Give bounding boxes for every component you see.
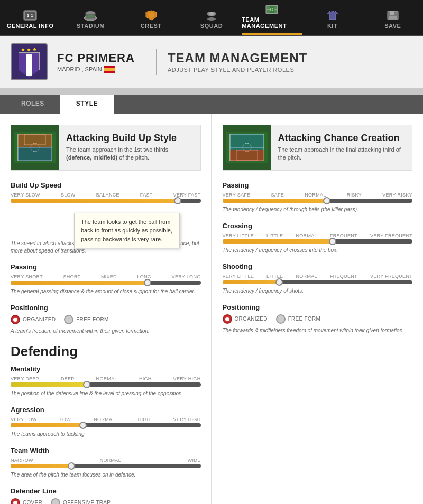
- right-passing-group: Passing VERY SAFE SAFE NORMAL RISKY VERY…: [223, 181, 413, 213]
- radio-free-form-circle[interactable]: [64, 315, 73, 324]
- right-radio-free-form-circle[interactable]: [276, 314, 286, 324]
- svg-rect-26: [18, 147, 52, 161]
- right-passing-track[interactable]: [223, 199, 413, 203]
- mentality-label: Mentality: [11, 365, 201, 373]
- chance-creation-title-block: Attacking Chance Creation The team appro…: [271, 125, 412, 170]
- radio-cover[interactable]: COVER: [11, 498, 42, 504]
- right-passing-desc: The tendency / frequency of through ball…: [223, 206, 413, 213]
- shooting-desc: The tendency / frequency of shots.: [223, 287, 413, 295]
- svg-rect-19: [389, 16, 397, 19]
- svg-point-5: [86, 11, 95, 14]
- crossing-label: Crossing: [223, 222, 413, 230]
- shooting-track[interactable]: [223, 280, 413, 284]
- kit-icon: [324, 10, 341, 21]
- nav-stadium[interactable]: STADIUM: [60, 0, 121, 35]
- badge-stars: ★★★: [21, 46, 38, 52]
- radio-offensive-trap-circle[interactable]: [51, 498, 60, 504]
- left-positioning-label: Positioning: [11, 304, 201, 312]
- tab-roles[interactable]: ROLES: [5, 95, 60, 114]
- build-up-desc: The team approach in the 1st two thirds …: [66, 146, 193, 162]
- stadium-icon: [82, 10, 99, 21]
- nav-crest[interactable]: CREST: [121, 0, 181, 35]
- shooting-group: Shooting VERY LITTLE LITTLE NORMAL FREQU…: [223, 263, 413, 295]
- right-passing-label: Passing: [223, 181, 413, 189]
- left-positioning-radio: ORGANIZED FREE FORM: [11, 315, 201, 324]
- left-passing-track[interactable]: [11, 281, 201, 285]
- crossing-desc: The tendency / frequency of crosses into…: [223, 247, 413, 254]
- defender-line-label: Defender Line: [11, 487, 201, 495]
- right-radio-free-form[interactable]: FREE FORM: [276, 314, 321, 324]
- radio-organized-circle[interactable]: [11, 315, 20, 324]
- crest-icon: [143, 10, 160, 21]
- left-panel: Attacking Build Up Style The team approa…: [0, 114, 212, 504]
- right-panel: Attacking Chance Creation The team appro…: [212, 114, 424, 504]
- team-management-icon: [263, 3, 280, 15]
- nav-general-info[interactable]: 1 1 GENERAL INFO: [0, 0, 60, 35]
- chance-creation-image: [223, 125, 271, 170]
- main-content: Attacking Build Up Style The team approa…: [0, 114, 423, 504]
- defending-heading: Defending: [11, 343, 201, 360]
- nav-save[interactable]: SAVE: [363, 0, 423, 35]
- chance-creation-card: Attacking Chance Creation The team appro…: [223, 125, 413, 171]
- right-passing-scale: VERY SAFE SAFE NORMAL RISKY VERY RISKY: [223, 192, 413, 198]
- team-width-track[interactable]: [11, 464, 201, 468]
- page-title-block: TEAM MANAGEMENT ADJUST PLAY STYLE AND PL…: [168, 51, 307, 73]
- crossing-group: Crossing VERY LITTLE LITTLE NORMAL FREQU…: [223, 222, 413, 254]
- mentality-desc: The position of the defensive line & the…: [11, 390, 201, 397]
- build-up-title: Attacking Build Up Style: [66, 133, 193, 144]
- crossing-track[interactable]: [223, 239, 413, 244]
- nav-team-management[interactable]: TEAM MANAGEMENT: [242, 0, 302, 35]
- left-passing-group: Passing VERY SHORT SHORT MIXED LONG VERY…: [11, 263, 201, 295]
- left-positioning-group: Positioning ORGANIZED FREE FORM A team's…: [11, 304, 201, 335]
- mentality-track[interactable]: [11, 382, 201, 387]
- build-up-speed-group: Build Up Speed VERY SLOW SLOW BALANCE FA…: [11, 181, 201, 255]
- shooting-scale: VERY LITTLE LITTLE NORMAL FREQUENT VERY …: [223, 274, 413, 279]
- chance-creation-title: Attacking Chance Creation: [278, 133, 405, 144]
- team-location: MADRID , SPAIN: [57, 66, 135, 73]
- nav-squad[interactable]: SQUAD: [181, 0, 242, 35]
- left-passing-desc: The general passing distance & the amoun…: [11, 288, 201, 295]
- agression-desc: The teams approach to tackling.: [11, 431, 201, 438]
- right-radio-organized-circle[interactable]: [223, 314, 232, 324]
- radio-cover-circle[interactable]: [11, 498, 20, 504]
- svg-rect-18: [390, 11, 394, 15]
- build-up-image: [11, 125, 59, 170]
- agression-group: Agression VERY LOW LOW NORMAL HIGH VERY …: [11, 406, 201, 438]
- page-title: TEAM MANAGEMENT: [168, 51, 307, 66]
- team-info: FC PRIMERA MADRID , SPAIN TEAM MANAGEMEN…: [57, 49, 307, 75]
- team-name: FC PRIMERA: [57, 51, 135, 65]
- mentality-group: Mentality VERY DEEP DEEP NORMAL HIGH VER…: [11, 365, 201, 397]
- page-subtitle: ADJUST PLAY STYLE AND PLAYER ROLES: [168, 67, 307, 73]
- agression-label: Agression: [11, 406, 201, 414]
- nav-kit[interactable]: KIT: [302, 0, 362, 35]
- squad-icon: [203, 10, 220, 21]
- build-up-header: Attacking Build Up Style The team approa…: [11, 125, 200, 170]
- right-positioning-label: Positioning: [223, 303, 413, 311]
- team-width-desc: The area of the pitch the team focuses o…: [11, 471, 201, 479]
- build-up-speed-track[interactable]: [11, 199, 201, 203]
- agression-track[interactable]: [11, 423, 201, 427]
- team-badge: ★★★: [11, 43, 48, 80]
- tab-style[interactable]: STYLE: [60, 95, 114, 114]
- build-up-title-block: Attacking Build Up Style The team approa…: [59, 125, 200, 170]
- defender-line-group: Defender Line COVER OFFENSIVE TRAP The d…: [11, 487, 201, 504]
- svg-point-9: [209, 12, 214, 16]
- left-positioning-desc: A team's freedom of movement within thei…: [11, 328, 201, 335]
- crossing-scale: VERY LITTLE LITTLE NORMAL FREQUENT VERY …: [223, 233, 413, 238]
- radio-free-form[interactable]: FREE FORM: [64, 315, 109, 324]
- left-passing-label: Passing: [11, 263, 201, 271]
- shooting-label: Shooting: [223, 263, 413, 270]
- team-name-block: FC PRIMERA MADRID , SPAIN: [57, 51, 135, 73]
- radio-organized[interactable]: ORGANIZED: [11, 315, 56, 324]
- build-up-speed-label: Build Up Speed: [11, 181, 201, 189]
- left-passing-scale: VERY SHORT SHORT MIXED LONG VERY LONG: [11, 274, 201, 279]
- radio-offensive-trap[interactable]: OFFENSIVE TRAP: [51, 498, 111, 504]
- badge-shield: [19, 52, 40, 78]
- build-up-speed-scale: VERY SLOW SLOW BALANCE FAST VERY FAST: [11, 192, 201, 198]
- team-width-group: Team Width NARROW NORMAL WIDE The area o…: [11, 446, 201, 479]
- tabs-bar: ROLES STYLE: [0, 95, 423, 114]
- right-radio-organized[interactable]: ORGANIZED: [223, 314, 268, 324]
- defender-line-radio: COVER OFFENSIVE TRAP: [11, 498, 201, 504]
- mentality-scale: VERY DEEP DEEP NORMAL HIGH VERY HIGH: [11, 376, 201, 381]
- build-up-speed-tooltip: The team looks to get the ball from back…: [74, 213, 180, 249]
